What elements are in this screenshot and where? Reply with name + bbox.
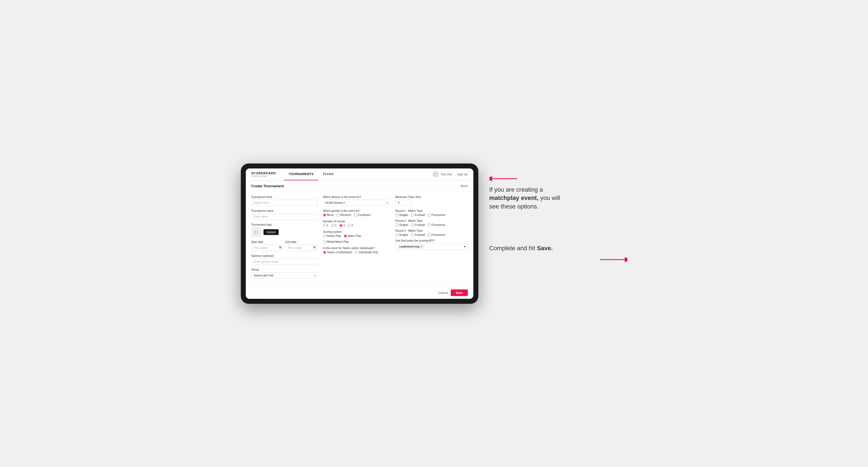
user-name: Test User <box>441 173 453 176</box>
round1-foursomes-radio[interactable] <box>428 214 431 217</box>
round3-match-title: Round 3 - Match Type <box>396 229 468 232</box>
round2-singles-radio[interactable] <box>396 223 399 226</box>
round2-foursomes-label[interactable]: Foursomes <box>428 223 445 226</box>
division-select[interactable]: NCAA Division I NCAA Division II NCAA Di… <box>323 200 390 206</box>
round3-foursomes-radio[interactable] <box>428 234 431 237</box>
teams-radio-group: Teams (+Individuals) Individuals Only <box>323 251 390 254</box>
sponsor-input[interactable] <box>251 258 318 265</box>
tournament-name-input[interactable] <box>251 214 318 220</box>
start-date-label: Start date <box>251 241 283 244</box>
rounds-radio-group: 1 2 3 <box>323 224 390 227</box>
form-col-left: Tournament Host Tournament name Tourname… <box>251 195 323 282</box>
rounds-1-label[interactable]: 1 <box>323 224 329 227</box>
round3-fourball-label[interactable]: Fourball <box>411 234 425 237</box>
logo-placeholder <box>251 227 261 237</box>
round3-radio-group: Singles Fourball Foursomes <box>396 234 468 237</box>
round1-fourball-radio[interactable] <box>411 214 414 217</box>
api-tag-close-icon[interactable]: ✕ <box>420 245 423 248</box>
matchplay-annotation-text: If you are creating a matchplay event, y… <box>489 186 567 211</box>
save-button[interactable]: Save <box>451 289 468 296</box>
signout-link[interactable]: Sign out <box>458 173 468 176</box>
round2-fourball-radio[interactable] <box>411 223 414 226</box>
scoring-radio-group: Stroke Play Match Play Medal Match Play <box>323 235 390 243</box>
tournament-host-input[interactable] <box>251 200 318 206</box>
round1-foursomes-label[interactable]: Foursomes <box>428 214 445 217</box>
rounds-2-radio[interactable] <box>331 224 334 227</box>
round1-singles-radio[interactable] <box>396 214 399 217</box>
round3-match-section: Round 3 - Match Type Singles Fourball <box>396 229 468 237</box>
round3-fourball-radio[interactable] <box>411 234 414 237</box>
scoring-group: Scoring system Stroke Play Match Play <box>323 230 390 243</box>
annotations-panel: If you are creating a matchplay event, y… <box>489 163 627 264</box>
api-group: Use third-party live scoring API? Leader… <box>396 239 468 250</box>
tournament-name-group: Tournament name <box>251 209 318 220</box>
end-date-input[interactable] <box>285 245 318 251</box>
nav-bar: SCOREBOARD Powered by clippit TOURNAMENT… <box>246 168 473 181</box>
end-date-group: End date <box>285 241 318 251</box>
rounds-1-radio[interactable] <box>323 224 326 227</box>
brand-sub: Powered by clippit <box>251 175 276 177</box>
round1-radio-group: Singles Fourball Foursomes <box>396 214 468 217</box>
form-body: Tournament Host Tournament name Tourname… <box>246 191 473 286</box>
round1-singles-label[interactable]: Singles <box>396 214 408 217</box>
round1-match-title: Round 1 - Match Type <box>396 209 468 212</box>
gender-womens-label[interactable]: Womens <box>336 214 351 217</box>
teams-both-label[interactable]: Teams (+Individuals) <box>323 251 352 254</box>
round2-foursomes-radio[interactable] <box>428 223 431 226</box>
gender-combined-radio[interactable] <box>354 214 357 217</box>
venue-select-wrapper: Search golf club <box>251 272 318 279</box>
round3-foursomes-label[interactable]: Foursomes <box>428 234 445 237</box>
api-select-wrapper[interactable]: Leaderboard King ✕ ▾ <box>396 243 468 250</box>
tablet-screen: SCOREBOARD Powered by clippit TOURNAMENT… <box>246 168 473 299</box>
round1-match-section: Round 1 - Match Type Singles Fourball <box>396 209 468 217</box>
date-group: Start date End date <box>251 241 318 251</box>
teams-individuals-radio[interactable] <box>355 251 358 254</box>
rounds-4-radio[interactable] <box>347 224 350 227</box>
teams-both-radio[interactable] <box>323 251 326 254</box>
round2-singles-label[interactable]: Singles <box>396 223 408 226</box>
form-footer: Cancel Save <box>246 286 473 299</box>
tab-tournaments[interactable]: TOURNAMENTS <box>284 168 318 181</box>
venue-label: Venue <box>251 268 318 271</box>
gender-combined-label[interactable]: Combined <box>354 214 370 217</box>
start-date-input[interactable] <box>251 245 283 251</box>
round2-match-section: Round 2 - Match Type Singles Fourball <box>396 219 468 226</box>
scoring-stroke-radio[interactable] <box>323 235 326 238</box>
logo-upload-area: Upload <box>251 227 318 237</box>
tournament-logo-label: Tournament logo <box>251 223 318 226</box>
end-date-wrapper <box>285 245 318 251</box>
gender-mens-label[interactable]: Mens <box>323 214 334 217</box>
gender-womens-radio[interactable] <box>336 214 339 217</box>
gender-group: Which gender is the event for? Mens Wome… <box>323 209 390 217</box>
scoring-medal-label[interactable]: Medal Match Play <box>323 240 349 243</box>
venue-select[interactable]: Search golf club <box>251 272 318 279</box>
scoring-medal-radio[interactable] <box>323 240 326 243</box>
division-group: Which division is the event for? NCAA Di… <box>323 195 390 206</box>
round3-singles-radio[interactable] <box>396 234 399 237</box>
gender-label: Which gender is the event for? <box>323 209 390 212</box>
scoring-stroke-label[interactable]: Stroke Play <box>323 235 341 238</box>
round2-fourball-label[interactable]: Fourball <box>411 223 425 226</box>
rounds-2-label[interactable]: 2 <box>331 224 337 227</box>
max-team-size-input[interactable]: 5 <box>396 200 412 206</box>
gender-mens-radio[interactable] <box>323 214 326 217</box>
back-button[interactable]: ‹ Back <box>459 184 468 188</box>
nav-right: Test User | Sign out <box>432 171 468 177</box>
round1-fourball-label[interactable]: Fourball <box>411 214 425 217</box>
upload-button[interactable]: Upload <box>264 229 279 235</box>
tab-teams[interactable]: TEAMS <box>318 168 338 181</box>
scoring-match-radio[interactable] <box>344 235 347 238</box>
cancel-button[interactable]: Cancel <box>439 291 448 294</box>
api-value: Leaderboard King <box>400 245 420 248</box>
save-arrow-svg <box>600 255 627 264</box>
rounds-3-radio[interactable] <box>339 224 342 227</box>
rounds-4-label[interactable]: 4 <box>347 224 353 227</box>
end-date-label: End date <box>285 241 318 244</box>
nav-brand: SCOREBOARD Powered by clippit <box>251 172 276 177</box>
form-col-right: Maximum Team Size 5 Round 1 - Match Type… <box>396 195 468 282</box>
rounds-3-label[interactable]: 3 <box>339 224 345 227</box>
round3-singles-label[interactable]: Singles <box>396 234 408 237</box>
teams-individuals-label[interactable]: Individuals Only <box>355 251 378 254</box>
scoring-match-label[interactable]: Match Play <box>344 235 361 238</box>
sponsor-label: Sponsor (optional) <box>251 254 318 257</box>
